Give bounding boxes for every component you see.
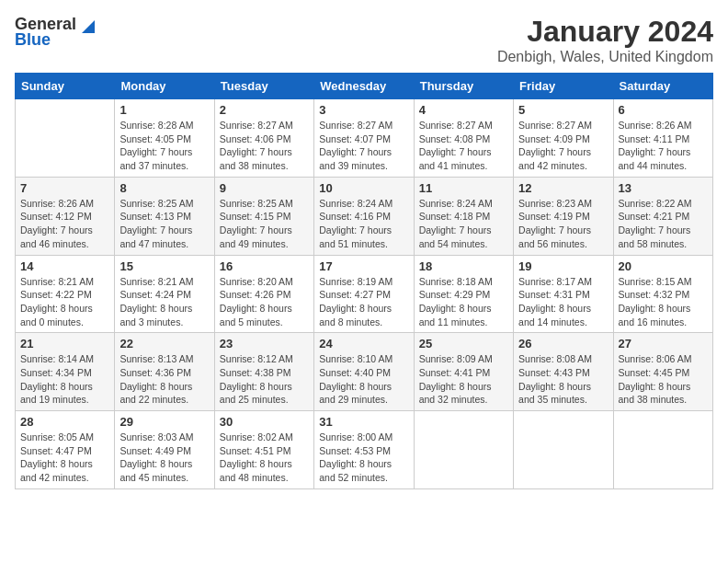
- day-info: Sunrise: 8:00 AM Sunset: 4:53 PM Dayligh…: [319, 431, 408, 485]
- calendar-header: Sunday Monday Tuesday Wednesday Thursday…: [16, 74, 713, 99]
- table-row: 19Sunrise: 8:17 AM Sunset: 4:31 PM Dayli…: [514, 255, 613, 333]
- col-tuesday: Tuesday: [214, 74, 313, 99]
- day-info: Sunrise: 8:27 AM Sunset: 4:06 PM Dayligh…: [220, 119, 309, 173]
- table-row: 13Sunrise: 8:22 AM Sunset: 4:21 PM Dayli…: [613, 177, 712, 255]
- table-row: 29Sunrise: 8:03 AM Sunset: 4:49 PM Dayli…: [115, 411, 214, 489]
- day-info: Sunrise: 8:28 AM Sunset: 4:05 PM Dayligh…: [119, 119, 209, 173]
- day-number: 16: [220, 259, 309, 273]
- header: General Blue January 2024 Denbigh, Wales…: [15, 15, 713, 65]
- table-row: [16, 99, 115, 178]
- table-row: 16Sunrise: 8:20 AM Sunset: 4:26 PM Dayli…: [214, 255, 313, 333]
- day-number: 6: [619, 103, 708, 117]
- day-number: 25: [419, 337, 508, 350]
- table-row: [613, 411, 712, 489]
- day-number: 31: [319, 415, 408, 429]
- col-saturday: Saturday: [613, 74, 712, 99]
- table-row: 30Sunrise: 8:02 AM Sunset: 4:51 PM Dayli…: [214, 411, 313, 489]
- day-info: Sunrise: 8:12 AM Sunset: 4:38 PM Dayligh…: [220, 352, 309, 407]
- table-row: 3Sunrise: 8:27 AM Sunset: 4:07 PM Daylig…: [314, 99, 414, 178]
- table-row: 25Sunrise: 8:09 AM Sunset: 4:41 PM Dayli…: [414, 333, 513, 411]
- day-info: Sunrise: 8:27 AM Sunset: 4:07 PM Dayligh…: [319, 119, 408, 173]
- table-row: 14Sunrise: 8:21 AM Sunset: 4:22 PM Dayli…: [16, 255, 115, 333]
- svg-marker-0: [82, 20, 95, 33]
- calendar-subtitle: Denbigh, Wales, United Kingdom: [497, 49, 713, 65]
- day-number: 21: [20, 337, 109, 350]
- day-info: Sunrise: 8:25 AM Sunset: 4:15 PM Dayligh…: [220, 197, 309, 251]
- day-number: 29: [119, 415, 209, 429]
- day-number: 4: [419, 103, 508, 117]
- day-number: 10: [319, 181, 408, 195]
- day-number: 11: [419, 181, 508, 195]
- table-row: 23Sunrise: 8:12 AM Sunset: 4:38 PM Dayli…: [214, 333, 313, 411]
- table-row: 10Sunrise: 8:24 AM Sunset: 4:16 PM Dayli…: [314, 177, 414, 255]
- day-number: 19: [518, 259, 608, 273]
- day-info: Sunrise: 8:22 AM Sunset: 4:21 PM Dayligh…: [619, 197, 708, 251]
- day-number: 3: [319, 103, 408, 117]
- table-row: 28Sunrise: 8:05 AM Sunset: 4:47 PM Dayli…: [16, 411, 115, 489]
- day-number: 27: [619, 337, 708, 350]
- title-area: January 2024 Denbigh, Wales, United King…: [497, 15, 713, 65]
- table-row: 18Sunrise: 8:18 AM Sunset: 4:29 PM Dayli…: [414, 255, 513, 333]
- day-info: Sunrise: 8:25 AM Sunset: 4:13 PM Dayligh…: [119, 197, 209, 251]
- header-row: Sunday Monday Tuesday Wednesday Thursday…: [16, 74, 713, 99]
- table-row: 24Sunrise: 8:10 AM Sunset: 4:40 PM Dayli…: [314, 333, 414, 411]
- table-row: 11Sunrise: 8:24 AM Sunset: 4:18 PM Dayli…: [414, 177, 513, 255]
- day-number: 7: [20, 181, 109, 195]
- day-info: Sunrise: 8:08 AM Sunset: 4:43 PM Dayligh…: [518, 352, 608, 407]
- table-row: 12Sunrise: 8:23 AM Sunset: 4:19 PM Dayli…: [514, 177, 613, 255]
- col-friday: Friday: [514, 74, 613, 99]
- day-info: Sunrise: 8:03 AM Sunset: 4:49 PM Dayligh…: [119, 431, 209, 485]
- calendar-week-1: 1Sunrise: 8:28 AM Sunset: 4:05 PM Daylig…: [16, 99, 713, 178]
- table-row: 5Sunrise: 8:27 AM Sunset: 4:09 PM Daylig…: [514, 99, 613, 178]
- day-number: 5: [518, 103, 608, 117]
- day-info: Sunrise: 8:15 AM Sunset: 4:32 PM Dayligh…: [619, 275, 708, 329]
- col-sunday: Sunday: [16, 74, 115, 99]
- table-row: 8Sunrise: 8:25 AM Sunset: 4:13 PM Daylig…: [115, 177, 214, 255]
- calendar-table: Sunday Monday Tuesday Wednesday Thursday…: [15, 73, 713, 489]
- logo-blue: Blue: [15, 30, 51, 50]
- day-info: Sunrise: 8:10 AM Sunset: 4:40 PM Dayligh…: [319, 352, 408, 407]
- col-thursday: Thursday: [414, 74, 513, 99]
- table-row: 9Sunrise: 8:25 AM Sunset: 4:15 PM Daylig…: [214, 177, 313, 255]
- day-info: Sunrise: 8:19 AM Sunset: 4:27 PM Dayligh…: [319, 275, 408, 329]
- day-info: Sunrise: 8:26 AM Sunset: 4:11 PM Dayligh…: [619, 119, 708, 173]
- table-row: [414, 411, 513, 489]
- col-monday: Monday: [115, 74, 214, 99]
- day-number: 23: [220, 337, 309, 350]
- day-number: 1: [119, 103, 209, 117]
- day-number: 28: [20, 415, 109, 429]
- day-info: Sunrise: 8:27 AM Sunset: 4:09 PM Dayligh…: [518, 119, 608, 173]
- day-number: 17: [319, 259, 408, 273]
- day-info: Sunrise: 8:24 AM Sunset: 4:18 PM Dayligh…: [419, 197, 508, 251]
- day-number: 2: [220, 103, 309, 117]
- col-wednesday: Wednesday: [314, 74, 414, 99]
- table-row: 1Sunrise: 8:28 AM Sunset: 4:05 PM Daylig…: [115, 99, 214, 178]
- table-row: 15Sunrise: 8:21 AM Sunset: 4:24 PM Dayli…: [115, 255, 214, 333]
- day-info: Sunrise: 8:23 AM Sunset: 4:19 PM Dayligh…: [518, 197, 608, 251]
- day-info: Sunrise: 8:13 AM Sunset: 4:36 PM Dayligh…: [119, 352, 209, 407]
- day-number: 13: [619, 181, 708, 195]
- day-number: 15: [119, 259, 209, 273]
- calendar-week-2: 7Sunrise: 8:26 AM Sunset: 4:12 PM Daylig…: [16, 177, 713, 255]
- calendar-week-3: 14Sunrise: 8:21 AM Sunset: 4:22 PM Dayli…: [16, 255, 713, 333]
- day-info: Sunrise: 8:17 AM Sunset: 4:31 PM Dayligh…: [518, 275, 608, 329]
- calendar-title: January 2024: [497, 15, 713, 49]
- logo: General Blue: [15, 15, 95, 50]
- day-number: 26: [518, 337, 608, 350]
- table-row: 27Sunrise: 8:06 AM Sunset: 4:45 PM Dayli…: [613, 333, 712, 411]
- day-number: 18: [419, 259, 508, 273]
- day-info: Sunrise: 8:06 AM Sunset: 4:45 PM Dayligh…: [619, 352, 708, 407]
- logo-icon: [78, 17, 95, 33]
- day-number: 24: [319, 337, 408, 350]
- table-row: 17Sunrise: 8:19 AM Sunset: 4:27 PM Dayli…: [314, 255, 414, 333]
- day-info: Sunrise: 8:14 AM Sunset: 4:34 PM Dayligh…: [20, 352, 109, 407]
- table-row: 21Sunrise: 8:14 AM Sunset: 4:34 PM Dayli…: [16, 333, 115, 411]
- table-row: 2Sunrise: 8:27 AM Sunset: 4:06 PM Daylig…: [214, 99, 313, 178]
- day-info: Sunrise: 8:21 AM Sunset: 4:22 PM Dayligh…: [20, 275, 109, 329]
- table-row: 6Sunrise: 8:26 AM Sunset: 4:11 PM Daylig…: [613, 99, 712, 178]
- day-info: Sunrise: 8:02 AM Sunset: 4:51 PM Dayligh…: [220, 431, 309, 485]
- day-info: Sunrise: 8:24 AM Sunset: 4:16 PM Dayligh…: [319, 197, 408, 251]
- day-info: Sunrise: 8:09 AM Sunset: 4:41 PM Dayligh…: [419, 352, 508, 407]
- table-row: [514, 411, 613, 489]
- table-row: 26Sunrise: 8:08 AM Sunset: 4:43 PM Dayli…: [514, 333, 613, 411]
